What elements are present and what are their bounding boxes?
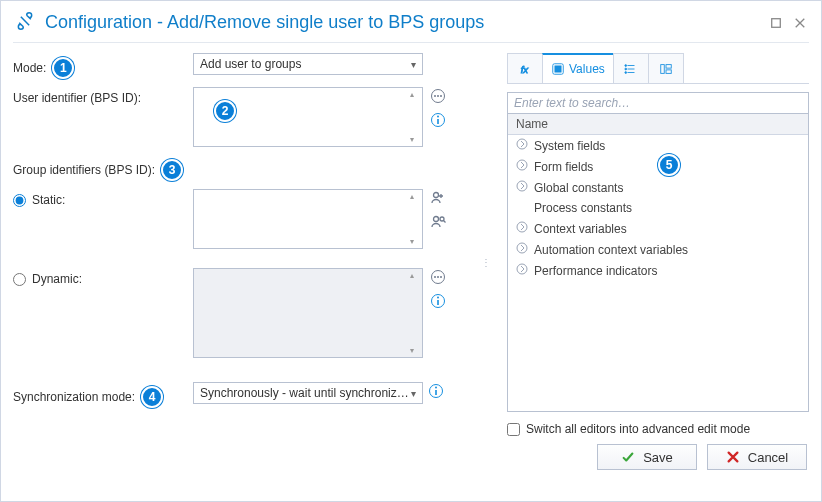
x-icon — [726, 450, 740, 464]
callout-5: 5 — [658, 154, 680, 176]
ellipsis-icon[interactable] — [429, 87, 447, 105]
expand-icon[interactable] — [516, 242, 528, 257]
svg-rect-28 — [666, 64, 671, 68]
tree-item-label: Process constants — [534, 201, 632, 215]
dynamic-textarea: ▴▾ — [193, 268, 423, 358]
save-label: Save — [643, 450, 673, 465]
cancel-button[interactable]: Cancel — [707, 444, 807, 470]
svg-point-13 — [437, 276, 439, 278]
tree-item-label: System fields — [534, 139, 605, 153]
svg-point-3 — [437, 95, 439, 97]
svg-point-2 — [434, 95, 436, 97]
mode-select[interactable]: Add user to groups ▾ — [193, 53, 423, 75]
static-label: Static: — [32, 193, 65, 207]
svg-point-31 — [517, 160, 527, 170]
tree-item[interactable]: Form fields 5 — [508, 156, 808, 177]
sync-label: Synchronization mode: — [13, 390, 135, 404]
static-textarea[interactable]: ▴▾ — [193, 189, 423, 249]
svg-point-32 — [517, 181, 527, 191]
svg-rect-19 — [435, 390, 437, 395]
group-id-label: Group identifiers (BPS ID): — [13, 163, 155, 177]
user-search-icon[interactable] — [429, 213, 447, 231]
tab-values-label: Values — [569, 62, 605, 76]
svg-point-20 — [435, 387, 437, 389]
callout-1: 1 — [52, 57, 74, 79]
svg-point-8 — [434, 193, 439, 198]
static-radio[interactable]: Static: — [13, 193, 65, 207]
close-icon[interactable] — [793, 16, 807, 30]
grip-icon[interactable]: ⋮ — [241, 257, 493, 268]
svg-text:fx: fx — [521, 63, 530, 74]
sync-select-value: Synchronously - wait until synchronizati… — [200, 386, 411, 400]
svg-point-10 — [440, 217, 444, 221]
chevron-down-icon: ▾ — [411, 388, 416, 399]
sync-select[interactable]: Synchronously - wait until synchronizati… — [193, 382, 423, 404]
svg-rect-16 — [437, 300, 439, 305]
svg-point-17 — [437, 297, 439, 299]
add-user-icon[interactable] — [429, 189, 447, 207]
check-icon — [621, 450, 635, 464]
expand-icon[interactable] — [516, 138, 528, 153]
svg-point-12 — [434, 276, 436, 278]
expand-icon[interactable] — [516, 159, 528, 174]
mode-label: Mode: — [13, 61, 46, 75]
maximize-icon[interactable] — [769, 16, 783, 30]
tab-form[interactable] — [648, 53, 684, 83]
tree-item[interactable]: Process constants — [508, 198, 808, 218]
tree-item[interactable]: Global constants — [508, 177, 808, 198]
tree-item[interactable]: Performance indicators — [508, 260, 808, 281]
svg-point-9 — [434, 217, 439, 222]
callout-3: 3 — [161, 159, 183, 181]
info-icon[interactable] — [429, 292, 447, 310]
tree-item[interactable]: System fields — [508, 135, 808, 156]
svg-point-33 — [517, 222, 527, 232]
svg-point-4 — [440, 95, 442, 97]
save-button[interactable]: Save — [597, 444, 697, 470]
chevron-down-icon: ▾ — [411, 59, 416, 70]
callout-2: 2 — [214, 100, 236, 122]
advanced-mode-label: Switch all editors into advanced edit mo… — [526, 422, 750, 436]
callout-4: 4 — [141, 386, 163, 408]
dynamic-label: Dynamic: — [32, 272, 82, 286]
tree-header: Name — [508, 114, 808, 135]
tree-item-label: Global constants — [534, 181, 623, 195]
expand-icon[interactable] — [516, 263, 528, 278]
user-id-label: User identifier (BPS ID): — [13, 91, 141, 105]
tree-item[interactable]: Automation context variables — [508, 239, 808, 260]
svg-rect-29 — [666, 69, 671, 73]
tab-functions[interactable]: fx — [507, 53, 543, 83]
search-input[interactable] — [507, 92, 809, 114]
tree-item-label: Automation context variables — [534, 243, 688, 257]
ellipsis-icon[interactable] — [429, 268, 447, 286]
tree-item-label: Context variables — [534, 222, 627, 236]
info-icon[interactable] — [427, 382, 445, 400]
dialog-title: Configuration - Add/Remove single user t… — [45, 12, 769, 33]
svg-point-24 — [625, 64, 627, 66]
cancel-label: Cancel — [748, 450, 788, 465]
mode-select-value: Add user to groups — [200, 57, 301, 71]
svg-point-25 — [625, 68, 627, 70]
svg-rect-23 — [555, 66, 561, 72]
svg-point-26 — [625, 71, 627, 73]
expand-icon[interactable] — [516, 221, 528, 236]
tree-item[interactable]: Context variables — [508, 218, 808, 239]
svg-point-7 — [437, 116, 439, 118]
tab-list[interactable] — [613, 53, 649, 83]
svg-point-14 — [440, 276, 442, 278]
info-icon[interactable] — [429, 111, 447, 129]
dynamic-radio[interactable]: Dynamic: — [13, 272, 82, 286]
svg-point-34 — [517, 243, 527, 253]
svg-rect-6 — [437, 119, 439, 124]
wrench-icon — [15, 11, 35, 34]
svg-point-30 — [517, 139, 527, 149]
tab-values[interactable]: Values — [542, 53, 614, 83]
tree-item-label: Form fields — [534, 160, 593, 174]
expand-icon[interactable] — [516, 180, 528, 195]
advanced-mode-checkbox[interactable]: Switch all editors into advanced edit mo… — [507, 422, 809, 436]
svg-rect-27 — [661, 64, 665, 73]
svg-point-35 — [517, 264, 527, 274]
tree-item-label: Performance indicators — [534, 264, 657, 278]
user-id-textarea[interactable]: 2 ▴▾ — [193, 87, 423, 147]
svg-rect-0 — [772, 18, 781, 27]
